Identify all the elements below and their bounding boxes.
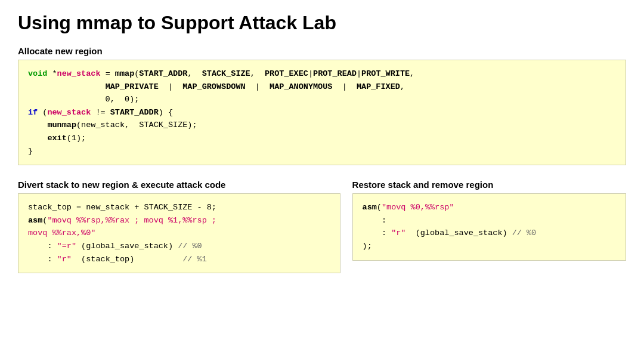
page-title: Using mmap to Support Attack Lab: [18, 12, 626, 34]
section-allocate: Allocate new region void *new_stack = mm…: [18, 46, 626, 165]
section-divert: Divert stack to new region & execute att…: [18, 180, 340, 288]
section-restore: Restore stack and remove region asm("mov…: [352, 180, 626, 288]
section1-label: Allocate new region: [18, 46, 626, 56]
section3-label: Restore stack and remove region: [352, 180, 626, 190]
code-block-allocate: void *new_stack = mmap(START_ADDR, STACK…: [18, 60, 626, 165]
code-block-restore: asm("movq %0,%%rsp" : : "r" (global_save…: [352, 193, 626, 260]
code-block-divert: stack_top = new_stack + STACK_SIZE - 8; …: [18, 193, 340, 273]
section2-label: Divert stack to new region & execute att…: [18, 180, 340, 190]
bottom-sections: Divert stack to new region & execute att…: [18, 180, 626, 288]
